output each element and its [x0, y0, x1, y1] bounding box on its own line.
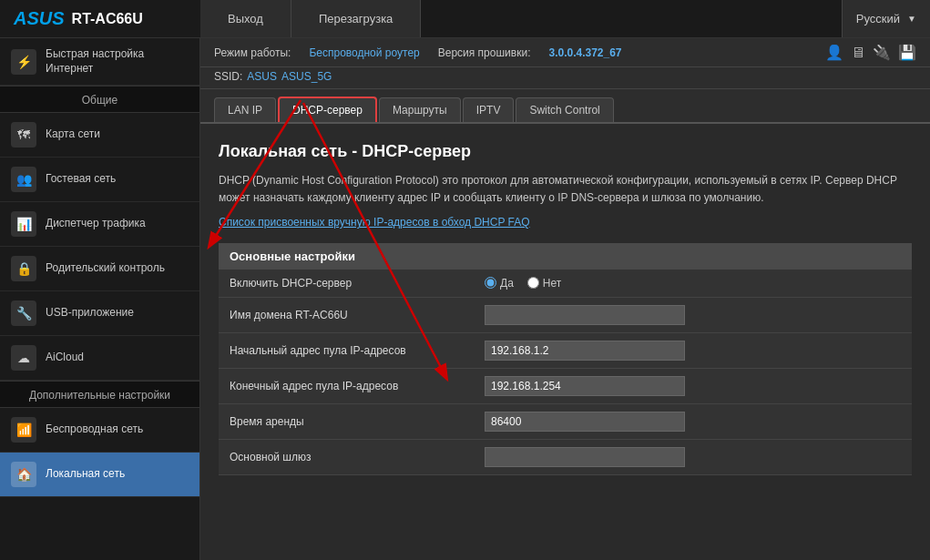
table-row-lease-time: Время аренды	[219, 403, 912, 439]
sidebar-label-guestnetwork: Гостевая сеть	[46, 172, 116, 187]
lan-icon: 🏠	[11, 462, 36, 487]
usbapp-icon: 🔧	[11, 300, 36, 326]
sidebar-item-quicksetup[interactable]: ⚡ Быстрая настройка Интернет	[0, 38, 199, 86]
field-label-domain: Имя домена RT-AC66U	[219, 297, 474, 332]
dhcp-enable-yes-radio[interactable]	[485, 277, 496, 289]
logo-asus: ASUS	[14, 8, 65, 29]
sidebar-label-wireless: Беспроводная сеть	[46, 423, 143, 437]
sidebar-label-aicloud: AiCloud	[46, 351, 84, 365]
content-area: Режим работы: Беспроводной роутер Версия…	[200, 38, 930, 560]
end-ip-input[interactable]	[485, 376, 685, 396]
tab-iptv[interactable]: IPTV	[463, 97, 515, 122]
ssid1-link[interactable]: ASUS	[247, 70, 277, 83]
sidebar-item-wireless[interactable]: 📶 Беспроводная сеть	[0, 408, 199, 453]
tab-switch-control[interactable]: Switch Control	[516, 97, 613, 122]
sidebar-label-lan: Локальная сеть	[46, 467, 125, 482]
field-label-lease-time: Время аренды	[219, 403, 474, 439]
sidebar-label-trafficmanager: Диспетчер трафика	[46, 217, 146, 231]
sidebar-item-aicloud[interactable]: ☁ AiCloud	[0, 336, 199, 381]
ssid-label: SSID:	[214, 70, 242, 83]
logout-button[interactable]: Выход	[200, 0, 291, 37]
table-row-gateway: Основной шлюз	[219, 439, 912, 474]
screen-icon[interactable]: 🖥	[851, 45, 865, 61]
dhcp-enable-radio-group: Да Нет	[485, 277, 901, 290]
tab-routes[interactable]: Маршруты	[379, 97, 461, 122]
mode-label: Режим работы:	[214, 46, 291, 59]
sidebar-item-trafficmanager[interactable]: 📊 Диспетчер трафика	[0, 202, 199, 247]
ssid2-link[interactable]: ASUS_5G	[281, 70, 332, 83]
language-label: Русский	[856, 12, 900, 25]
quicksetup-icon: ⚡	[11, 49, 36, 75]
ssid-bar: SSID: ASUS ASUS_5G	[200, 67, 930, 89]
field-label-end-ip: Конечный адрес пула IP-адресов	[219, 368, 474, 403]
gateway-input[interactable]	[485, 447, 685, 467]
user-icon[interactable]: 👤	[825, 44, 843, 61]
sidebar-label-usbapp: USB-приложение	[46, 306, 134, 321]
dhcp-enable-no-radio[interactable]	[527, 277, 539, 289]
dhcp-yes-text: Да	[500, 277, 514, 290]
sidebar-section-general: Общие	[0, 86, 199, 113]
logo-area: ASUS RT-AC66U	[0, 0, 200, 37]
tabs-bar: LAN IP DHCP-сервер Маршруты IPTV Switch …	[200, 89, 930, 124]
tab-dhcp-server[interactable]: DHCP-сервер	[278, 97, 377, 122]
usb-icon[interactable]: 🔌	[873, 44, 891, 61]
dhcp-no-text: Нет	[543, 277, 561, 290]
language-button[interactable]: Русский ▼	[842, 0, 930, 37]
table-row-start-ip: Начальный адрес пула IP-адресов	[219, 332, 912, 368]
aicloud-icon: ☁	[11, 345, 36, 371]
sidebar-label-quicksetup: Быстрая настройка Интернет	[46, 47, 189, 76]
domain-input[interactable]	[485, 305, 685, 325]
info-bar: Режим работы: Беспроводной роутер Версия…	[200, 38, 930, 67]
sidebar: ⚡ Быстрая настройка Интернет Общие 🗺 Кар…	[0, 38, 200, 560]
firmware-label: Версия прошивки:	[438, 46, 531, 59]
page-content: Локальная сеть - DHCP-сервер DHCP (Dynam…	[200, 124, 930, 560]
field-label-dhcp-enable: Включить DHCP-сервер	[219, 270, 474, 298]
dhcp-enable-no-label[interactable]: Нет	[527, 277, 561, 290]
settings-table: Основные настройки Включить DHCP-сервер	[219, 243, 912, 475]
mode-value-link[interactable]: Беспроводной роутер	[309, 46, 419, 59]
sidebar-item-networkmap[interactable]: 🗺 Карта сети	[0, 113, 199, 158]
sidebar-label-parentalcontrol: Родительский контроль	[46, 261, 165, 276]
chevron-down-icon: ▼	[907, 14, 916, 24]
field-label-start-ip: Начальный адрес пула IP-адресов	[219, 332, 474, 368]
networkmap-icon: 🗺	[11, 122, 36, 148]
firmware-value-link[interactable]: 3.0.0.4.372_67	[548, 46, 621, 59]
sidebar-label-networkmap: Карта сети	[46, 127, 100, 142]
reboot-button[interactable]: Перезагрузка	[291, 0, 421, 37]
table-row-domain: Имя домена RT-AC66U	[219, 297, 912, 332]
logo-model: RT-AC66U	[72, 11, 143, 27]
sidebar-item-guestnetwork[interactable]: 👥 Гостевая сеть	[0, 158, 199, 202]
table-row-dhcp-enable: Включить DHCP-сервер Да Нет	[219, 270, 912, 298]
trafficmanager-icon: 📊	[11, 211, 36, 237]
page-description: DHCP (Dynamic Host Configuration Protoco…	[219, 172, 912, 207]
tab-lan-ip[interactable]: LAN IP	[214, 97, 276, 122]
sidebar-section-advanced: Дополнительные настройки	[0, 381, 199, 408]
parentalcontrol-icon: 🔒	[11, 256, 36, 281]
dhcp-faq-link[interactable]: Список присвоенных вручную IP-адресов в …	[219, 216, 530, 229]
dhcp-enable-yes-label[interactable]: Да	[485, 277, 514, 290]
sidebar-item-lan[interactable]: 🏠 Локальная сеть	[0, 453, 199, 497]
wireless-icon: 📶	[11, 417, 36, 443]
start-ip-input[interactable]	[485, 341, 685, 361]
table-header: Основные настройки	[219, 243, 912, 270]
sidebar-item-usbapp[interactable]: 🔧 USB-приложение	[0, 291, 199, 336]
lease-time-input[interactable]	[485, 412, 685, 432]
guestnetwork-icon: 👥	[11, 167, 36, 192]
sidebar-item-parentalcontrol[interactable]: 🔒 Родительский контроль	[0, 247, 199, 291]
page-title: Локальная сеть - DHCP-сервер	[219, 142, 912, 161]
table-row-end-ip: Конечный адрес пула IP-адресов	[219, 368, 912, 403]
save-icon[interactable]: 💾	[898, 44, 916, 61]
field-label-gateway: Основной шлюз	[219, 439, 474, 474]
